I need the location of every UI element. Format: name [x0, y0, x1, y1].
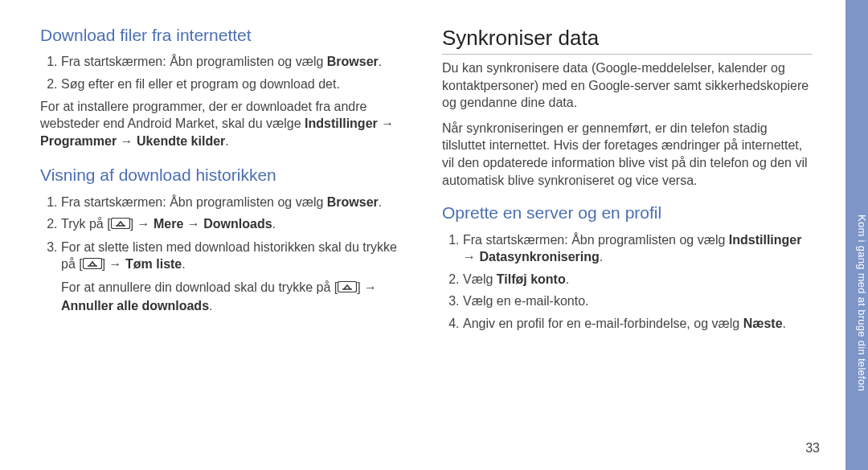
list-item: Vælg en e-mail-konto. [463, 292, 812, 310]
text: . [209, 299, 212, 313]
list-item: Fra startskærmen: Åbn programlisten og v… [61, 53, 410, 71]
text: Fra startskærmen: Åbn programlisten og v… [61, 55, 327, 68]
text: . [182, 257, 185, 271]
left-column: Download filer fra internettet Fra start… [40, 24, 410, 454]
text: Vælg [463, 272, 497, 286]
list-download-files: Fra startskærmen: Åbn programlisten og v… [40, 53, 410, 92]
list-item: Søg efter en fil eller et program og dow… [61, 76, 410, 93]
menu-key-icon [338, 280, 357, 297]
text: For at annullere din download skal du tr… [61, 280, 338, 294]
text: . [600, 250, 603, 264]
bold-text: Annuller alle downloads [61, 299, 209, 313]
svg-rect-0 [111, 219, 129, 229]
bold-text: Indstillinger [305, 116, 378, 130]
arrow-text: → [183, 217, 203, 231]
text: Fra startskærmen: Åbn programlisten og v… [463, 233, 729, 247]
arrow-text: → [364, 280, 377, 294]
text: ] [357, 280, 364, 294]
bold-text: Næste [743, 317, 783, 330]
heading-create-server-profile: Oprette en server og en profil [442, 202, 812, 224]
bold-text: Mere [154, 217, 183, 231]
text: . [566, 272, 569, 286]
section-download-files: Download filer fra internettet Fra start… [40, 24, 410, 149]
list-item: Fra startskærmen: Åbn programlisten og v… [61, 194, 410, 211]
arrow-text: → [117, 134, 137, 148]
section-download-history: Visning af download historikken Fra star… [40, 164, 410, 314]
list-download-history: Fra startskærmen: Åbn programlisten og v… [40, 194, 410, 274]
chapter-side-tab: Kom i gang med at bruge din telefon [845, 0, 868, 470]
intro-paragraph-2: Når synkroniseringen er gennemført, er d… [442, 120, 812, 189]
paragraph: For at annullere din download skal du tr… [61, 279, 410, 314]
side-tab-label: Kom i gang med at bruge din telefon [856, 215, 868, 391]
text: Tryk på [ [61, 217, 111, 231]
title-synchronize-data: Synkroniser data [442, 24, 812, 55]
bold-text: Browser [327, 195, 379, 209]
right-column: Synkroniser data Du kan synkronisere dat… [442, 24, 844, 454]
menu-key-icon [111, 216, 130, 234]
arrow-text: → [109, 257, 125, 271]
menu-key-icon [83, 256, 102, 274]
intro-paragraph: Du kan synkronisere data (Google-meddele… [442, 59, 812, 112]
svg-rect-4 [338, 281, 357, 292]
text: ] [102, 257, 109, 271]
text: . [379, 55, 382, 68]
text: Søg efter en fil eller et program og dow… [61, 77, 340, 91]
bold-text: Tøm liste [125, 257, 182, 271]
bold-text: Programmer [40, 134, 117, 148]
bold-text: Indstillinger [729, 233, 802, 247]
text: Fra startskærmen: Åbn programlisten og v… [61, 195, 327, 209]
bold-text: Tilføj konto [497, 272, 566, 286]
arrow-text: → [137, 217, 154, 231]
bold-text: Datasynkronisering [479, 250, 599, 264]
list-create-server-profile: Fra startskærmen: Åbn programlisten og v… [442, 231, 812, 333]
svg-rect-2 [83, 259, 101, 269]
arrow-text: → [378, 116, 394, 130]
section-create-server-profile: Oprette en server og en profil Fra start… [442, 202, 812, 332]
list-item: Angiv en profil for en e-mail-forbindels… [463, 315, 812, 333]
text: . [272, 217, 276, 231]
list-item: For at slette listen med download histor… [61, 239, 410, 274]
list-item: Vælg Tilføj konto. [463, 271, 812, 288]
bold-text: Browser [327, 55, 379, 68]
text: Angiv en profil for en e-mail-forbindels… [463, 317, 743, 330]
text: . [783, 317, 786, 330]
list-item: Tryk på [] → Mere → Downloads. [61, 215, 410, 234]
arrow-text: → [463, 250, 479, 264]
text: Vælg en e-mail-konto. [463, 294, 589, 308]
list-item: Fra startskærmen: Åbn programlisten og v… [463, 231, 812, 266]
bold-text: Downloads [203, 217, 272, 231]
side-strip [829, 0, 845, 470]
heading-download-history: Visning af download historikken [40, 164, 410, 186]
text: . [225, 134, 228, 148]
page-number: 33 [805, 441, 820, 456]
heading-download-files: Download filer fra internettet [40, 24, 410, 47]
document-page: Download filer fra internettet Fra start… [0, 0, 868, 470]
bold-text: Ukendte kilder [137, 134, 225, 148]
text: ] [130, 217, 137, 231]
paragraph: For at installere programmer, der er dow… [40, 98, 410, 150]
text: . [379, 195, 382, 209]
